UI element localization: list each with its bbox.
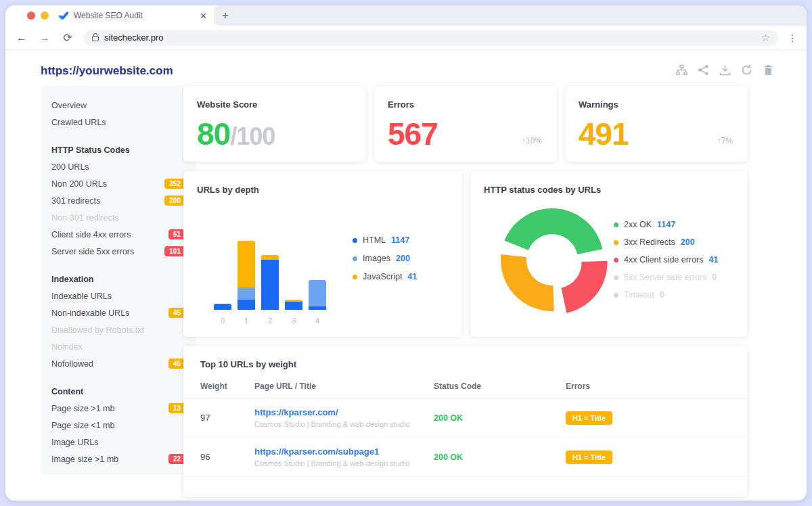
sidebar-item-label: Noindex: [51, 342, 185, 352]
sidebar-item-indexable-urls[interactable]: Indexable URLs: [51, 288, 185, 304]
address-bar[interactable]: sitechecker.pro ☆: [84, 30, 778, 46]
depth-axis-tick: 0: [214, 317, 231, 325]
sidebar-item-nofollowed[interactable]: Nofollowed45: [51, 355, 185, 372]
trash-icon[interactable]: [763, 64, 774, 76]
bar-segment-html: [309, 306, 326, 310]
sidebar-item-301-redirects[interactable]: 301 redirects200: [51, 192, 185, 209]
depth-bar-chart: [214, 232, 326, 310]
depth-bar-0: [214, 232, 231, 310]
sidebar-item-non-301-redirects[interactable]: Non-301 redirects: [51, 209, 185, 226]
table-header-row: Weight Page URL / Title Status Code Erro…: [183, 382, 747, 398]
legend-value: 200: [681, 237, 695, 247]
urls-by-depth-title: URLs by depth: [197, 185, 449, 195]
page-url-link[interactable]: https://kparser.com/subpage1: [254, 446, 434, 457]
sidebar-item-badge: 200: [164, 196, 185, 206]
header-actions: [676, 64, 774, 76]
stat-card-delta: ↑7%: [717, 136, 733, 145]
legend-dot: [614, 293, 618, 298]
address-bar-url[interactable]: sitechecker.pro: [104, 32, 756, 43]
tab-close-icon[interactable]: ✕: [200, 11, 207, 21]
new-tab-button[interactable]: +: [222, 9, 229, 22]
tab-website-seo-audit[interactable]: Website SEO Audit ✕: [51, 5, 214, 26]
legend-item-4xx-client-side-errors[interactable]: 4xx Client side errors41: [614, 255, 718, 264]
table-row: 96https://kparser.com/subpage1Cosmos Stu…: [183, 438, 747, 477]
sidebar-item-image-size-1-mb[interactable]: Image size >1 mb22: [51, 451, 185, 467]
sidebar-item-image-urls[interactable]: Image URLs: [51, 434, 185, 451]
page-title-subtext: Cosmos Studio | Branding & web-design st…: [254, 459, 434, 467]
stat-card-number: 567: [388, 116, 438, 152]
legend-value: 200: [396, 254, 410, 263]
sidebar-item-page-size-1-mb[interactable]: Page size <1 mb: [51, 417, 185, 434]
stat-card-website-score: Website Score80/100: [183, 86, 366, 162]
sidebar-item-noindex[interactable]: Noindex: [51, 338, 185, 355]
sidebar-item-non-indexable-urls[interactable]: Non-indexable URLs45: [51, 304, 185, 321]
sidebar-item-badge: 352: [164, 179, 185, 189]
status-codes-card: HTTP status codes by URLs 2xx OK11473xx …: [470, 171, 747, 337]
legend-item-2xx-ok[interactable]: 2xx OK1147: [614, 220, 718, 229]
sidebar-item-200-urls[interactable]: 200 URLs: [51, 158, 185, 175]
sidebar-item-client-side-4xx-errors[interactable]: Client side 4xx errors51: [51, 226, 185, 243]
sidebar-item-label: Page size <1 mb: [51, 421, 185, 430]
sidebar-group-title-label: Indexation: [51, 275, 94, 284]
sidebar-item-label: Non-301 redirects: [51, 213, 185, 223]
depth-axis-tick: 2: [261, 317, 279, 325]
legend-dot: [353, 238, 357, 243]
legend-item-timeout[interactable]: Timeout0: [614, 290, 718, 300]
sidebar-item-label: Non 200 URLs: [51, 179, 164, 189]
sidebar-item-server-side-5xx-errors[interactable]: Server side 5xx errors101: [51, 243, 185, 260]
col-header-url: Page URL / Title: [254, 382, 434, 391]
forward-button[interactable]: →: [38, 32, 51, 44]
table-row: 97https://kparser.com/Cosmos Studio | Br…: [183, 398, 747, 438]
legend-label: 3xx Redirects: [624, 237, 675, 247]
donut-slice-3xx-redirects: [501, 254, 554, 311]
bar-segment-images: [238, 288, 255, 300]
legend-item-images[interactable]: Images200: [353, 254, 417, 263]
page-url-link[interactable]: https://kparser.com/: [254, 407, 434, 417]
sidebar-item-label: Overview: [51, 101, 185, 110]
legend-item-javascript[interactable]: JavaScript41: [353, 272, 417, 281]
depth-x-axis: 01234: [214, 317, 326, 325]
col-header-status: Status Code: [434, 382, 566, 391]
reload-button[interactable]: ⟳: [61, 31, 74, 44]
top-urls-card: Top 10 URLs by weight Weight Page URL / …: [183, 346, 747, 497]
error-badge: H1 = Title: [566, 411, 612, 425]
bookmark-star-icon[interactable]: ☆: [761, 32, 770, 44]
refresh-icon[interactable]: [741, 64, 752, 76]
sidebar-item-label: Server side 5xx errors: [51, 247, 164, 256]
legend-item-3xx-redirects[interactable]: 3xx Redirects200: [614, 237, 718, 247]
sidebar-group-gap: [51, 260, 185, 271]
audited-site-url: https://yourwebsite.com: [41, 64, 173, 78]
donut-slice-2xx-ok: [505, 208, 603, 254]
cell-errors: H1 = Title: [566, 411, 730, 425]
close-window-button[interactable]: [27, 12, 35, 20]
download-icon[interactable]: [719, 64, 731, 76]
minimize-window-button[interactable]: [41, 12, 49, 20]
sidebar-item-page-size-1-mb[interactable]: Page size >1 mb13: [51, 400, 185, 417]
legend-value: 1147: [391, 235, 409, 245]
share-icon[interactable]: [698, 64, 709, 76]
depth-bar-4: [309, 232, 326, 310]
legend-item-html[interactable]: HTML1147: [353, 235, 417, 245]
bar-segment-javascript: [238, 241, 255, 288]
stat-card-suffix: /100: [230, 122, 275, 150]
sidebar-item-crawled-urls[interactable]: Crawled URLs: [51, 114, 185, 131]
legend-label: 5xx Server side errors: [624, 273, 706, 282]
sidebar-item-non-200-urls[interactable]: Non 200 URLs352: [51, 175, 185, 192]
legend-dot: [614, 258, 618, 262]
stat-card-errors: Errors567↑10%: [374, 86, 557, 162]
sidebar-group-title-label: HTTP Status Codes: [51, 145, 130, 155]
browser-menu-icon[interactable]: ⋮: [788, 37, 797, 39]
sitemap-icon[interactable]: [676, 64, 687, 76]
browser-window: Website SEO Audit ✕ + ← → ⟳ sitechecker.…: [5, 5, 807, 501]
legend-item-5xx-server-side-errors[interactable]: 5xx Server side errors0: [614, 273, 718, 282]
sidebar-item-disallowed-by-robots-txt[interactable]: Disallowed by Robots.txt: [51, 321, 185, 338]
sidebar-group-title: Content: [51, 383, 185, 400]
urls-by-depth-card: URLs by depth 01234 HTML1147Images200Jav…: [183, 171, 462, 337]
sidebar-item-overview[interactable]: Overview: [51, 97, 185, 114]
cell-weight: 96: [200, 452, 254, 462]
back-button[interactable]: ←: [15, 32, 28, 44]
cell-url-title: https://kparser.com/Cosmos Studio | Bran…: [254, 407, 434, 428]
legend-value: 1147: [657, 220, 675, 229]
sidebar-item-label: 301 redirects: [51, 196, 164, 206]
error-badge: H1 = Title: [566, 451, 612, 464]
